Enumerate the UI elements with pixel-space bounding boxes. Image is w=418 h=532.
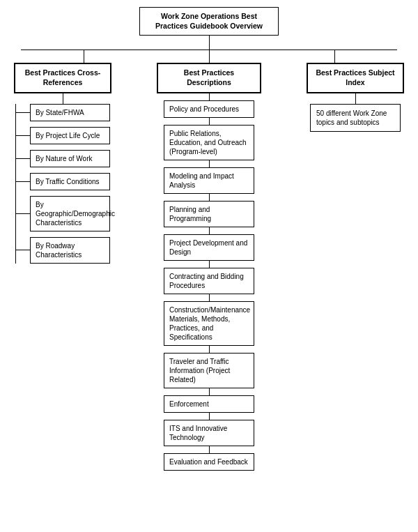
mid-vert-connector (209, 446, 210, 453)
left-items: By State/FHWABy Project Life CycleBy Nat… (16, 104, 110, 269)
left-child-box: By Nature of Work (30, 150, 110, 167)
mid-vert-connector (209, 346, 210, 353)
columns-row: Best Practices Cross-References By State… (14, 63, 404, 470)
horiz-tick (16, 158, 30, 159)
horiz-tick (16, 181, 30, 182)
left-child-box: By Roadway Characteristics (30, 237, 110, 264)
root-connector (3, 36, 415, 50)
list-item: By Project Life Cycle (16, 127, 110, 144)
root-level: Work Zone Operations Best Practices Guid… (3, 7, 415, 36)
mid-child-box: Project Development and Design (164, 234, 254, 261)
mid-vert-connector (209, 413, 210, 420)
mid-header: Best Practices Descriptions (157, 63, 261, 93)
left-bracket (15, 104, 16, 264)
vert-line-left (84, 50, 84, 63)
mid-child-box: Enforcement (164, 395, 254, 413)
mid-header-vert (209, 93, 210, 100)
left-child-box: By State/FHWA (30, 104, 110, 121)
mid-vert-connector (209, 294, 210, 301)
mid-vert-connector (209, 118, 210, 125)
horiz-tick (16, 135, 30, 136)
left-header-vert (63, 93, 63, 104)
mid-child-box: Public Relations, Education, and Outreac… (164, 125, 254, 160)
mid-child-box: Construction/Maintenance Materials, Meth… (164, 301, 254, 346)
horiz-tick (16, 250, 30, 250)
list-item: By Traffic Conditions (16, 173, 110, 190)
h-bar-container (21, 50, 397, 50)
root-box: Work Zone Operations Best Practices Guid… (139, 7, 279, 36)
mid-vert-connector (209, 160, 210, 167)
vert-line-mid (209, 50, 210, 63)
mid-children: Policy and ProceduresPublic Relations, E… (164, 100, 254, 471)
root-vert-line (209, 36, 210, 50)
right-column: Best Practices Subject Index 50 differen… (307, 63, 404, 131)
horiz-tick (16, 112, 30, 113)
left-child-box: By Project Life Cycle (30, 127, 110, 144)
col-connector-right (272, 50, 397, 63)
right-header: Best Practices Subject Index (307, 63, 404, 93)
list-item: By Geographic/Demographic Characteristic… (16, 196, 110, 231)
horiz-tick (16, 213, 30, 214)
mid-child-box: Planning and Programming (164, 201, 254, 227)
list-item: By State/FHWA (16, 104, 110, 121)
mid-child-box: Modeling and Impact Analysis (164, 167, 254, 194)
list-item: By Nature of Work (16, 150, 110, 167)
left-children: By State/FHWABy Project Life CycleBy Nat… (15, 104, 110, 269)
mid-child-box: Traveler and Traffic Information (Projec… (164, 353, 254, 388)
mid-child-box: Policy and Procedures (164, 100, 254, 118)
h-bar-line (21, 50, 397, 50)
mid-child-box: ITS and Innovative Technology (164, 420, 254, 446)
col-connector-mid (146, 50, 272, 63)
col-connector-left (21, 50, 146, 63)
vert-line-right (334, 50, 335, 63)
mid-vert-connector (209, 227, 210, 234)
right-header-vert (355, 93, 356, 104)
mid-child-box: Evaluation and Feedback (164, 453, 254, 471)
right-note: 50 different Work Zone topics and subtop… (310, 104, 401, 132)
left-child-box: By Geographic/Demographic Characteristic… (30, 196, 110, 231)
list-item: By Roadway Characteristics (16, 237, 110, 264)
left-header: Best Practices Cross-References (14, 63, 111, 93)
mid-column: Best Practices Descriptions Policy and P… (157, 63, 261, 470)
mid-vert-connector (209, 261, 210, 268)
left-child-box: By Traffic Conditions (30, 173, 110, 190)
left-column: Best Practices Cross-References By State… (14, 63, 111, 268)
mid-vert-connector (209, 194, 210, 201)
diagram-container: Work Zone Operations Best Practices Guid… (0, 0, 418, 478)
mid-vert-connector (209, 388, 210, 395)
col-connectors (21, 50, 397, 63)
mid-child-box: Contracting and Bidding Procedures (164, 268, 254, 294)
